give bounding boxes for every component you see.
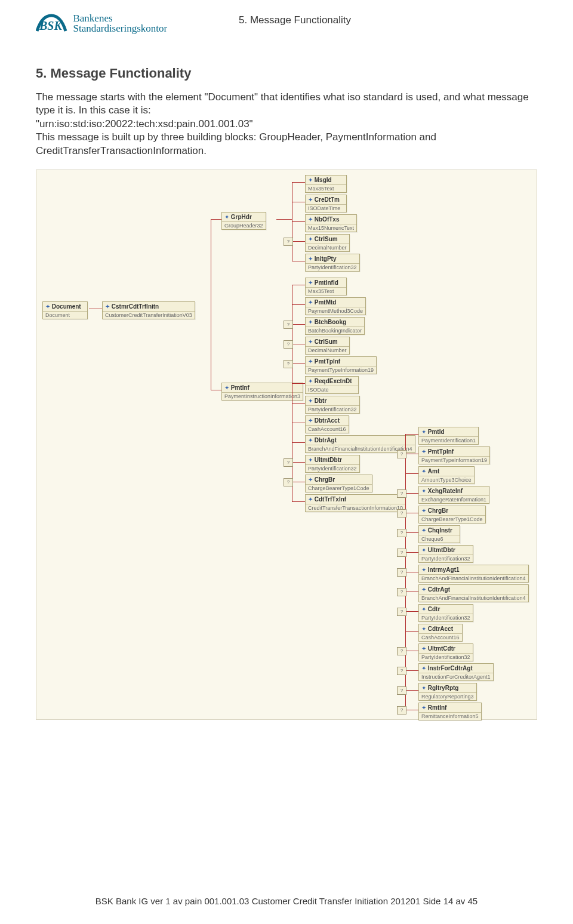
node-grphdr-credttm: CreDtTmISODateTime: [305, 195, 347, 212]
node-type: Document: [43, 312, 87, 319]
connector: [405, 592, 418, 592]
node-cdttrf-cdtragt: CdtrAgtBranchAndFinancialInstitutionIden…: [418, 584, 529, 602]
node-type: PaymentInstructionInformation3: [222, 393, 303, 400]
node-title: DbtrAcct: [306, 416, 349, 426]
node-pmtinf-dbtracct: DbtrAcctCashAccount16: [305, 415, 349, 433]
connector: [292, 261, 305, 261]
node-title: PmtMtd: [306, 298, 365, 307]
optional-icon: ?: [397, 647, 406, 655]
section-heading: 5. Message Functionality: [36, 66, 537, 81]
node-type: PaymentMethod3Code: [306, 307, 365, 315]
node-cdttrf-xchgrateinf: XchgRateInfExchangeRateInformation1: [418, 486, 489, 504]
node-title: PmtInf: [222, 383, 303, 393]
document-page: BSK Bankenes Standardiseringskontor 5. M…: [0, 0, 573, 924]
node-type: CustomerCreditTransferInitiationV03: [103, 312, 195, 319]
node-pmtinf-pmttpinf: PmtTpInfPaymentTypeInformation19: [305, 356, 377, 374]
page-header: BSK Bankenes Standardiseringskontor 5. M…: [36, 13, 537, 37]
logo-text: Bankenes Standardiseringskontor: [73, 13, 167, 33]
header-section-ref: 5. Message Functionality: [197, 13, 537, 26]
connector: [405, 611, 418, 612]
node-pmtinf: PmtInfPaymentInstructionInformation3: [221, 383, 303, 401]
node-type: PartyIdentification32: [306, 264, 359, 271]
node-type: Max35Text: [306, 288, 346, 295]
node-title: NbOfTxs: [306, 215, 356, 224]
optional-icon: ?: [284, 360, 293, 368]
optional-icon: ?: [397, 509, 406, 518]
node-title: ChqInstr: [419, 526, 460, 535]
connector: [292, 462, 305, 463]
node-title: CreDtTm: [306, 195, 346, 205]
optional-icon: ?: [284, 458, 293, 467]
node-title: UltmtDbtr: [306, 455, 359, 465]
node-title: Amt: [419, 467, 474, 476]
node-type: RemittanceInformation5: [419, 713, 481, 720]
page-footer: BSK Bank IG ver 1 av pain 001.001.03 Cus…: [0, 896, 573, 906]
optional-icon: ?: [397, 568, 406, 577]
node-title: CdtTrfTxInf: [306, 495, 405, 504]
node-pmtinf-dbtr: DbtrPartyIdentification32: [305, 396, 360, 414]
connector: [292, 324, 305, 325]
node-title: DbtrAgt: [306, 436, 415, 445]
connector: [405, 473, 418, 474]
connector: [405, 493, 418, 494]
node-type: RegulatoryReporting3: [419, 693, 476, 700]
node-type: Cheque6: [419, 535, 460, 543]
node-type: InstructionForCreditorAgent1: [419, 673, 493, 680]
connector: [276, 219, 292, 220]
logo: BSK Bankenes Standardiseringskontor: [36, 13, 197, 37]
connector: [292, 285, 305, 285]
connector: [292, 364, 305, 364]
node-cdttrf-cdtracct: CdtrAcctCashAccount16: [418, 624, 463, 642]
node-type: DecimalNumber: [306, 347, 349, 354]
node-grphdr-msgid: MsgIdMax35Text: [305, 175, 347, 193]
connector: [405, 513, 418, 513]
svg-text:BSK: BSK: [39, 19, 63, 32]
node-cdttrf-pmttpinf: PmtTpInfPaymentTypeInformation19: [418, 446, 490, 464]
node-title: PmtInfId: [306, 278, 346, 288]
node-type: ChargeBearerType1Code: [306, 485, 372, 492]
logo-mark-icon: BSK: [36, 13, 68, 37]
connector: [292, 482, 305, 482]
node-title: InitgPty: [306, 254, 359, 264]
node-type: Max15NumericText: [306, 224, 356, 232]
node-title: InstrForCdtrAgt: [419, 664, 493, 673]
optional-icon: ?: [397, 450, 406, 458]
node-type: PartyIdentification32: [419, 654, 473, 661]
node-cdttrf-ultmtdbtr: UltmtDbtrPartyIdentification32: [418, 545, 473, 563]
optional-icon: ?: [284, 340, 293, 349]
node-type: ExchangeRateInformation1: [419, 496, 489, 503]
node-type: ISODate: [306, 386, 358, 393]
node-document: DocumentDocument: [42, 301, 88, 319]
node-type: AmountType3Choice: [419, 476, 474, 483]
connector: [292, 285, 292, 501]
node-type: Max35Text: [306, 185, 346, 192]
node-title: CdtrAcct: [419, 624, 462, 634]
node-type: BatchBookingIndicator: [306, 327, 364, 334]
para2: "urn:iso:std:iso:20022:tech:xsd:pain.001…: [36, 118, 253, 130]
connector: [211, 219, 211, 390]
connector: [292, 383, 305, 384]
connector: [292, 304, 305, 305]
optional-icon: ?: [397, 489, 406, 498]
logo-line2: Standardiseringskontor: [73, 23, 167, 34]
optional-icon: ?: [397, 549, 406, 557]
node-cdttrf-ultmtcdtr: UltmtCdtrPartyIdentification32: [418, 643, 473, 661]
connector: [292, 501, 305, 502]
connector: [211, 390, 221, 390]
connector: [405, 710, 418, 710]
node-title: CdtrAgt: [419, 585, 528, 595]
connector: [405, 631, 418, 632]
node-type: CashAccount16: [419, 634, 462, 641]
node-cdttrf-intrmyagt1: IntrmyAgt1BranchAndFinancialInstitutionI…: [418, 565, 529, 583]
node-title: Document: [43, 302, 87, 312]
node-cdttrf-amt: AmtAmountType3Choice: [418, 466, 475, 484]
connector: [405, 651, 418, 651]
node-type: PartyIdentification32: [419, 555, 473, 562]
node-grphdr-ctrlsum: CtrlSumDecimalNumber: [305, 234, 350, 252]
node-grphdr-nboftxs: NbOfTxsMax15NumericText: [305, 214, 357, 232]
node-pmtinf-chrgbr: ChrgBrChargeBearerType1Code: [305, 475, 372, 492]
connector: [405, 454, 418, 454]
node-title: ReqdExctnDt: [306, 377, 358, 386]
connector: [292, 442, 305, 443]
node-type: PartyIdentification32: [419, 614, 473, 621]
